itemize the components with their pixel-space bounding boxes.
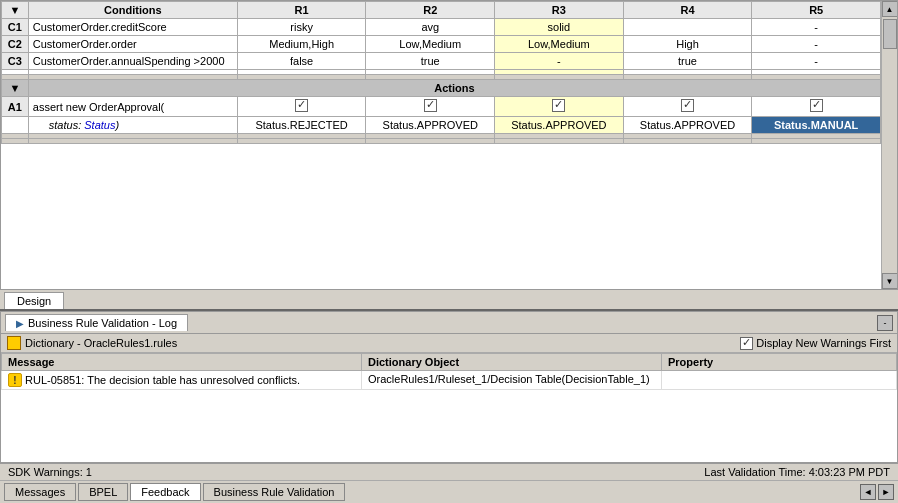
bottom-panel: ▶ Business Rule Validation - Log - Dicti… bbox=[0, 311, 898, 463]
row-id-c3: C3 bbox=[2, 53, 29, 70]
dictionary-title: Dictionary - OracleRules1.rules bbox=[25, 337, 177, 349]
tab-messages[interactable]: Messages bbox=[4, 483, 76, 501]
design-tab[interactable]: Design bbox=[4, 292, 64, 309]
c3-r1[interactable]: false bbox=[237, 53, 366, 70]
tab-bpel[interactable]: BPEL bbox=[78, 483, 128, 501]
scroll-down-btn[interactable]: ▼ bbox=[882, 273, 898, 289]
c1-r4[interactable] bbox=[623, 19, 752, 36]
c2-r4[interactable]: High bbox=[623, 36, 752, 53]
a1-r2-status[interactable]: Status.APPROVED bbox=[366, 117, 495, 134]
sdk-warnings: SDK Warnings: 1 bbox=[8, 466, 92, 478]
c1-r3[interactable]: solid bbox=[495, 19, 624, 36]
action-a1-sub[interactable]: status: Status) bbox=[28, 117, 237, 134]
c3-r4[interactable]: true bbox=[623, 53, 752, 70]
vertical-scrollbar[interactable]: ▲ ▼ bbox=[881, 1, 897, 289]
display-warnings-checkbox[interactable]: ✓ Display New Warnings First bbox=[740, 337, 891, 350]
header-r1: R1 bbox=[237, 2, 366, 19]
a1-r1-status[interactable]: Status.REJECTED bbox=[237, 117, 366, 134]
action-row-a1-status: status: Status) Status.REJECTED Status.A… bbox=[2, 117, 881, 134]
nav-right-button[interactable]: ► bbox=[878, 484, 894, 500]
log-header-dict-obj: Dictionary Object bbox=[362, 354, 662, 371]
c2-r5[interactable]: - bbox=[752, 36, 881, 53]
condition-c2[interactable]: CustomerOrder.order bbox=[28, 36, 237, 53]
footer-tabs: Messages BPEL Feedback Business Rule Val… bbox=[0, 481, 898, 503]
condition-c1[interactable]: CustomerOrder.creditScore bbox=[28, 19, 237, 36]
c2-r3[interactable]: Low,Medium bbox=[495, 36, 624, 53]
header-toggle[interactable]: ▼ bbox=[2, 2, 29, 19]
footer-nav: ◄ ► bbox=[860, 484, 894, 500]
a1-r1-checkbox[interactable] bbox=[237, 97, 366, 117]
condition-row-c1: C1 CustomerOrder.creditScore risky avg s… bbox=[2, 19, 881, 36]
c1-r1[interactable]: risky bbox=[237, 19, 366, 36]
header-r5: R5 bbox=[752, 2, 881, 19]
row-id-c1: C1 bbox=[2, 19, 29, 36]
row-id-a1: A1 bbox=[2, 97, 29, 117]
condition-row-c2: C2 CustomerOrder.order Medium,High Low,M… bbox=[2, 36, 881, 53]
log-dict-obj-cell: OracleRules1/Ruleset_1/Decision Table(De… bbox=[362, 371, 662, 390]
last-validation-time: Last Validation Time: 4:03:23 PM PDT bbox=[704, 466, 890, 478]
dictionary-bar-left: Dictionary - OracleRules1.rules bbox=[7, 336, 177, 350]
action-empty-2 bbox=[2, 139, 881, 144]
nav-left-button[interactable]: ◄ bbox=[860, 484, 876, 500]
c1-r2[interactable]: avg bbox=[366, 19, 495, 36]
tab-business-rule-validation[interactable]: Business Rule Validation bbox=[203, 483, 346, 501]
c3-r3[interactable]: - bbox=[495, 53, 624, 70]
scroll-up-btn[interactable]: ▲ bbox=[882, 1, 898, 17]
log-property-cell bbox=[662, 371, 897, 390]
action-row-a1: A1 assert new OrderApproval( bbox=[2, 97, 881, 117]
sdk-bar: SDK Warnings: 1 Last Validation Time: 4:… bbox=[0, 464, 898, 481]
a1-r3-status[interactable]: Status.APPROVED bbox=[495, 117, 624, 134]
condition-c3[interactable]: CustomerOrder.annualSpending >2000 bbox=[28, 53, 237, 70]
actions-header-row: ▼ Actions bbox=[2, 80, 881, 97]
header-r3: R3 bbox=[495, 2, 624, 19]
dictionary-icon bbox=[7, 336, 21, 350]
log-header-property: Property bbox=[662, 354, 897, 371]
design-tab-bar: Design bbox=[0, 290, 898, 311]
c2-r1[interactable]: Medium,High bbox=[237, 36, 366, 53]
decision-table: ▼ Conditions R1 R2 R3 R4 bbox=[1, 1, 881, 144]
c3-r2[interactable]: true bbox=[366, 53, 495, 70]
log-message-cell: ! RUL-05851: The decision table has unre… bbox=[2, 371, 362, 390]
a1-r5-status[interactable]: Status.MANUAL bbox=[752, 117, 881, 134]
c3-r5[interactable]: - bbox=[752, 53, 881, 70]
row-id-c2: C2 bbox=[2, 36, 29, 53]
log-table: Message Dictionary Object Property ! bbox=[1, 353, 897, 390]
warning-icon: ! bbox=[8, 373, 22, 387]
action-a1[interactable]: assert new OrderApproval( bbox=[28, 97, 237, 117]
header-r4: R4 bbox=[623, 2, 752, 19]
condition-row-c3: C3 CustomerOrder.annualSpending >2000 fa… bbox=[2, 53, 881, 70]
minimize-button[interactable]: - bbox=[877, 315, 893, 331]
a1-r4-status[interactable]: Status.APPROVED bbox=[623, 117, 752, 134]
dictionary-bar: Dictionary - OracleRules1.rules ✓ Displa… bbox=[1, 334, 897, 353]
a1-r2-checkbox[interactable] bbox=[366, 97, 495, 117]
scroll-thumb[interactable] bbox=[883, 19, 897, 49]
log-row: ! RUL-05851: The decision table has unre… bbox=[2, 371, 897, 390]
bottom-tab-bar: ▶ Business Rule Validation - Log - bbox=[1, 312, 897, 334]
a1-r5-checkbox[interactable] bbox=[752, 97, 881, 117]
c1-r5[interactable]: - bbox=[752, 19, 881, 36]
a1-r3-checkbox[interactable] bbox=[495, 97, 624, 117]
header-r2: R2 bbox=[366, 2, 495, 19]
a1-r4-checkbox[interactable] bbox=[623, 97, 752, 117]
display-warnings-label: Display New Warnings First bbox=[756, 337, 891, 349]
footer: SDK Warnings: 1 Last Validation Time: 4:… bbox=[0, 463, 898, 503]
log-header-message: Message bbox=[2, 354, 362, 371]
c2-r2[interactable]: Low,Medium bbox=[366, 36, 495, 53]
validation-log-tab[interactable]: ▶ Business Rule Validation - Log bbox=[5, 314, 188, 331]
actions-section-label: Actions bbox=[28, 80, 880, 97]
header-conditions: Conditions bbox=[28, 2, 237, 19]
log-content: Message Dictionary Object Property ! bbox=[1, 353, 897, 462]
tab-feedback[interactable]: Feedback bbox=[130, 483, 200, 501]
log-header-row: Message Dictionary Object Property bbox=[2, 354, 897, 371]
